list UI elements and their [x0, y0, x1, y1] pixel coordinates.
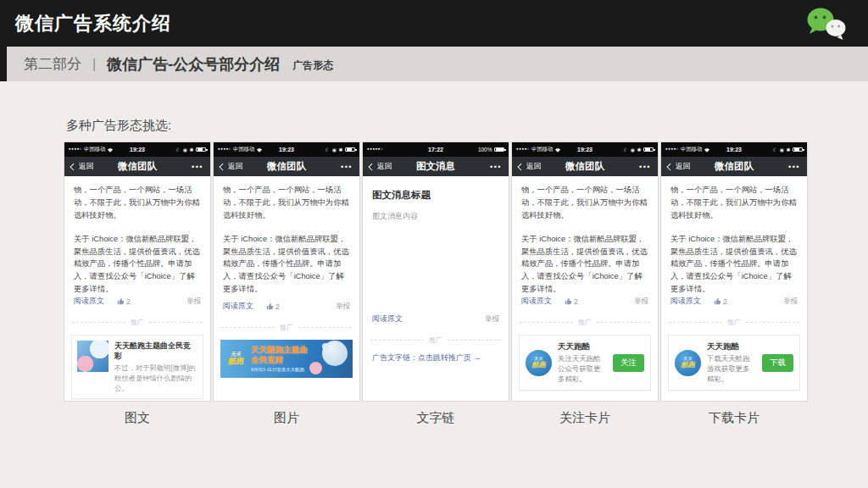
- like-button[interactable]: 2: [565, 297, 578, 306]
- more-menu-button[interactable]: •••: [341, 163, 353, 171]
- follow-ad-card[interactable]: 天天 酷跑 天天跑酷 关注天天跑酷公众号获取更多精彩。 关注: [519, 335, 651, 391]
- like-count: 2: [723, 297, 727, 306]
- article-content: 物，一个产品，一个网站，一场活动，不限于此，我们从万物中为你精选科技好物。 关于…: [214, 176, 359, 401]
- promo-label: 推广: [578, 318, 592, 327]
- status-right: ☾ ◉ ✱: [326, 147, 355, 152]
- moon-icon: ☾: [773, 147, 777, 152]
- banner-game-logo: 天天 酷跑: [220, 352, 251, 365]
- report-link[interactable]: 举报: [634, 297, 648, 307]
- band-notch: [0, 47, 7, 81]
- alarm-icon: ✱: [786, 147, 790, 152]
- status-right: 100%: [478, 147, 504, 152]
- more-menu-button[interactable]: •••: [639, 163, 651, 171]
- status-bar: ●●●●○ 中国移动 19:23 ☾ ◉ ✱: [214, 142, 359, 157]
- promo-label: 推广: [280, 323, 293, 332]
- image-text-ad-card[interactable]: 天天酷跑主题曲全民竞彩 不过，对于郭敬明[微博]的粉丝者是钟情什么剧情的公。: [71, 335, 203, 399]
- promo-label: 推广: [429, 336, 442, 345]
- message-body: 图文消息内容: [372, 210, 499, 222]
- follow-button[interactable]: 关注: [613, 354, 644, 372]
- article-footer: 阅读原文 2 举报: [214, 301, 359, 312]
- like-button[interactable]: 2: [266, 302, 280, 311]
- format-label: 图文: [125, 410, 150, 426]
- status-bar: ●●●●○ 中国移动 19:23 ☾ ◉ ✱: [661, 142, 807, 157]
- wechat-logo-icon: [804, 6, 849, 42]
- report-link[interactable]: 举报: [336, 302, 350, 312]
- article-paragraph: 物，一个产品，一个网站，一场活动，不限于此，我们从万物中为你精选科技好物。: [223, 184, 350, 222]
- orientation-lock-icon: ◉: [631, 147, 635, 152]
- ad-zone: 天天 酷跑 天天跑酷 关注天天跑酷公众号获取更多精彩。 关注: [512, 335, 658, 391]
- status-bar: ●●●●○ 中国移动 19:23 ☾ ◉ ✱: [64, 142, 210, 157]
- promo-label: 推广: [131, 318, 144, 327]
- divider-line: [221, 327, 275, 328]
- divider-line: [149, 322, 203, 323]
- read-original-link[interactable]: 阅读原文: [223, 301, 253, 312]
- nav-bar: 返回 微信团队 •••: [512, 157, 658, 176]
- alarm-icon: ✱: [189, 147, 193, 152]
- phone-column-text-link: ●●●●●○ 17:22 100% 返回 图文消息 ••• 图文消息标题 图文消…: [363, 142, 509, 426]
- back-button[interactable]: 返回: [519, 161, 542, 172]
- nav-bar: 返回 图文消息 •••: [363, 157, 509, 176]
- spacer: [363, 363, 509, 401]
- battery-icon: [643, 147, 654, 152]
- ad-title: 天天酷跑主题曲全民竞彩: [114, 341, 198, 361]
- ad-thumbnail-image: [77, 341, 108, 372]
- banner-logo-line2: 酷跑: [228, 358, 243, 366]
- phone-screenshot: ●●●●○ 中国移动 19:23 ☾ ◉ ✱ 返回 微信团队 •••: [512, 142, 658, 401]
- ad-description: 下载天天酷跑游戏获取更多精彩。: [707, 354, 756, 384]
- article-paragraph: 物，一个产品，一个网站，一场活动，不限于此，我们从万物中为你精选科技好物。: [670, 184, 798, 222]
- status-right: ☾ ◉ ✱: [176, 147, 206, 152]
- download-button[interactable]: 下载: [762, 354, 793, 372]
- like-button[interactable]: 2: [714, 297, 727, 306]
- ad-title: 天天跑酷: [558, 341, 607, 352]
- article-text: 物，一个产品，一个网站，一场活动，不限于此，我们从万物中为你精选科技好物。 关于…: [64, 176, 210, 296]
- back-button[interactable]: 返回: [370, 161, 392, 172]
- section-part-label: 第二部分: [24, 54, 81, 74]
- banner-sparkle-art: [322, 343, 329, 350]
- slide-title: 微信广告系统介绍: [15, 11, 171, 36]
- phone-screenshot: ●●●●○ 中国移动 19:23 ☾ ◉ ✱ 返回 微信团队 •••: [214, 142, 359, 401]
- read-original-link[interactable]: 阅读原文: [74, 296, 104, 307]
- back-button[interactable]: 返回: [71, 161, 94, 172]
- banner-ad-image[interactable]: 天天 酷跑 天天酷跑主题曲 全民竞猜 9月9日-11日登录天天酷跑: [220, 340, 353, 378]
- read-original-link[interactable]: 阅读原文: [372, 313, 403, 324]
- article-content: 图文消息标题 图文消息内容 阅读原文 举报 推广 广告文字链：点击跳转推广页 →: [363, 176, 509, 401]
- article-paragraph: 关于 iChoice：微信新酷品牌联盟，聚焦品质生活，提供价值资讯，优选精致产品…: [521, 233, 648, 296]
- orientation-lock-icon: ◉: [332, 147, 337, 152]
- more-menu-button[interactable]: •••: [490, 163, 502, 171]
- format-label: 图片: [274, 410, 299, 426]
- nav-bar: 返回 微信团队 •••: [214, 157, 359, 176]
- phone-screenshot: ●●●●○ 中国移动 19:23 ☾ ◉ ✱ 返回 微信团队 •••: [661, 142, 807, 401]
- report-link[interactable]: 举报: [783, 297, 798, 307]
- back-chevron-icon: [220, 164, 226, 170]
- article-text: 物，一个产品，一个网站，一场活动，不限于此，我们从万物中为你精选科技好物。 关于…: [512, 176, 658, 296]
- divider-line: [597, 322, 650, 323]
- download-ad-card[interactable]: 天天 酷跑 天天跑酷 下载天天酷跑游戏获取更多精彩。 下载: [668, 335, 800, 391]
- spacer: [214, 378, 359, 401]
- article-footer: 阅读原文 2 举报: [512, 296, 658, 307]
- read-original-link[interactable]: 阅读原文: [670, 296, 701, 307]
- more-menu-button[interactable]: •••: [192, 163, 203, 171]
- article-paragraph: 关于 iChoice：微信新酷品牌联盟，聚焦品质生活，提供价值资讯，优选精致产品…: [223, 233, 350, 296]
- text-link-ad[interactable]: 广告文字链：点击跳转推广页 →: [363, 352, 509, 363]
- ad-card-body: 天天跑酷 下载天天酷跑游戏获取更多精彩。: [707, 341, 756, 384]
- article-text: 物，一个产品，一个网站，一场活动，不限于此，我们从万物中为你精选科技好物。 关于…: [214, 176, 359, 296]
- report-link[interactable]: 举报: [186, 297, 201, 307]
- ad-title: 天天跑酷: [707, 341, 756, 352]
- back-button[interactable]: 返回: [668, 161, 691, 172]
- like-button[interactable]: 2: [117, 297, 131, 306]
- article-content: 物，一个产品，一个网站，一场活动，不限于此，我们从万物中为你精选科技好物。 关于…: [512, 176, 658, 401]
- report-link[interactable]: 举报: [485, 314, 499, 324]
- ad-zone: 天天 酷跑 天天酷跑主题曲 全民竞猜 9月9日-11日登录天天酷跑: [214, 340, 359, 378]
- status-right: ☾ ◉ ✱: [773, 147, 803, 152]
- read-original-link[interactable]: 阅读原文: [521, 296, 552, 307]
- format-label: 下载卡片: [709, 410, 760, 426]
- divider-line: [520, 322, 573, 323]
- article-paragraph: 关于 iChoice：微信新酷品牌联盟，聚焦品质生活，提供价值资讯，优选精致产品…: [74, 233, 201, 296]
- app-logo-line2: 酷跑: [682, 361, 695, 369]
- more-menu-button[interactable]: •••: [788, 163, 800, 171]
- battery-icon: [494, 147, 504, 152]
- back-chevron-icon: [70, 164, 77, 170]
- back-button[interactable]: 返回: [220, 161, 243, 172]
- banner-title-line2: 全民竞猜: [251, 355, 308, 365]
- like-count: 2: [126, 297, 131, 306]
